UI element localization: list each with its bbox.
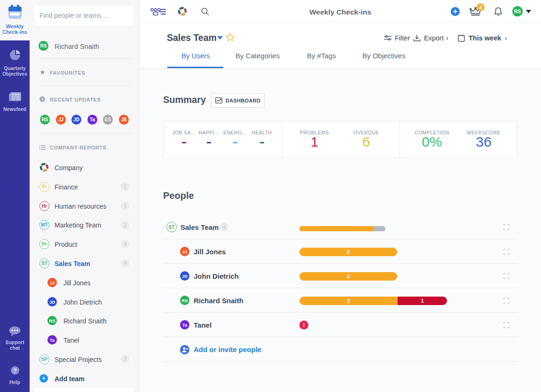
svg-text:?: ? [13,368,16,374]
